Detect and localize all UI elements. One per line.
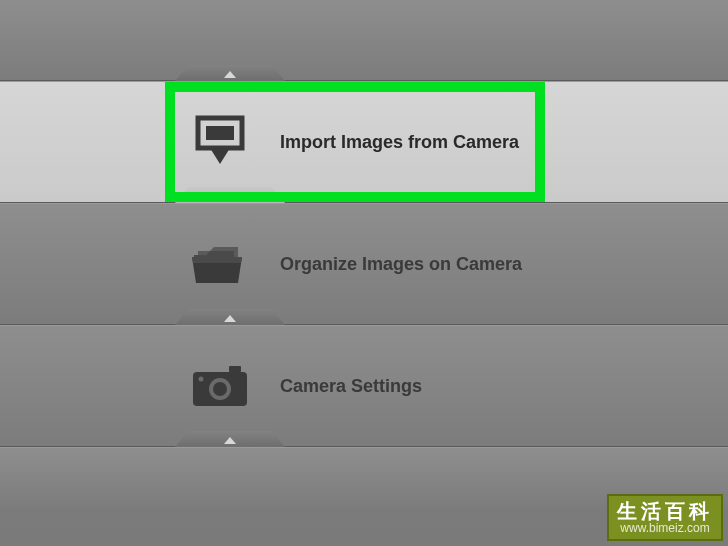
- menu-item-organize-images[interactable]: Organize Images on Camera: [0, 204, 728, 324]
- menu-label-organize: Organize Images on Camera: [280, 254, 522, 275]
- collapse-tab[interactable]: [175, 65, 285, 81]
- menu-item-import-images[interactable]: Import Images from Camera: [0, 82, 728, 202]
- svg-rect-1: [206, 126, 234, 140]
- collapse-tab[interactable]: [175, 431, 285, 447]
- collapse-arrow-icon: [224, 315, 236, 322]
- panel-row-empty-top: [0, 0, 728, 80]
- svg-rect-2: [229, 366, 241, 372]
- panel-row-import: Import Images from Camera: [0, 82, 728, 202]
- panel-row-organize: Organize Images on Camera: [0, 204, 728, 324]
- svg-point-6: [199, 377, 204, 382]
- collapse-tab[interactable]: [175, 187, 285, 203]
- menu-label-camera-settings: Camera Settings: [280, 376, 422, 397]
- watermark-line2: 百科: [665, 500, 713, 522]
- collapse-arrow-icon: [224, 437, 236, 444]
- watermark-url: www.bimeiz.com: [617, 522, 713, 535]
- watermark-line1: 生活: [617, 500, 665, 522]
- collapse-arrow-icon: [224, 193, 236, 200]
- folder-icon: [185, 234, 255, 294]
- collapse-tab[interactable]: [175, 309, 285, 325]
- panel-row-camera-settings: Camera Settings: [0, 326, 728, 446]
- menu-item-camera-settings[interactable]: Camera Settings: [0, 326, 728, 446]
- camera-icon: [185, 356, 255, 416]
- svg-point-5: [213, 382, 227, 396]
- import-icon: [185, 112, 255, 172]
- menu-label-import: Import Images from Camera: [280, 132, 519, 153]
- watermark-badge: 生活百科 www.bimeiz.com: [607, 494, 723, 541]
- collapse-arrow-icon: [224, 71, 236, 78]
